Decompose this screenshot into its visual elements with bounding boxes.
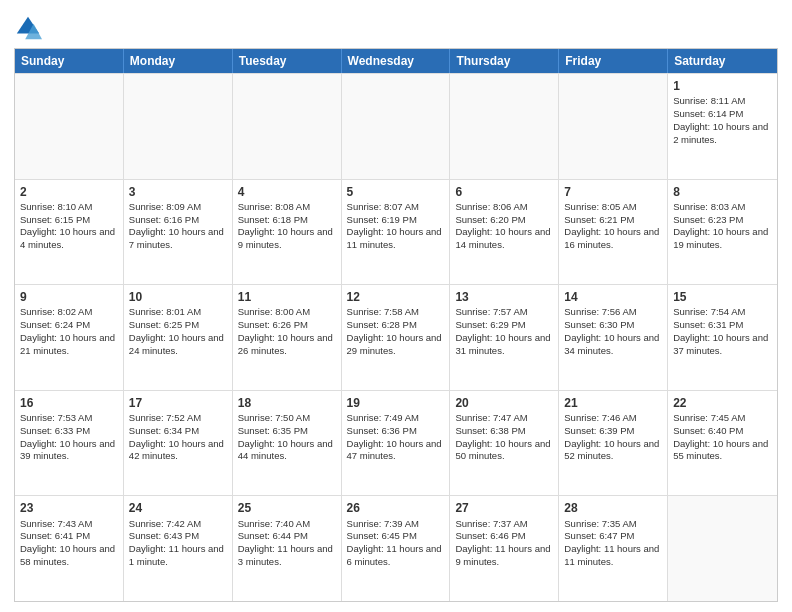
cal-cell: 4Sunrise: 8:08 AM Sunset: 6:18 PM Daylig… xyxy=(233,180,342,285)
page: SundayMondayTuesdayWednesdayThursdayFrid… xyxy=(0,0,792,612)
day-info: Sunrise: 7:54 AM Sunset: 6:31 PM Dayligh… xyxy=(673,306,768,355)
cal-week-row: 1Sunrise: 8:11 AM Sunset: 6:14 PM Daylig… xyxy=(15,73,777,179)
cal-cell: 2Sunrise: 8:10 AM Sunset: 6:15 PM Daylig… xyxy=(15,180,124,285)
day-number: 21 xyxy=(564,395,662,411)
cal-cell: 21Sunrise: 7:46 AM Sunset: 6:39 PM Dayli… xyxy=(559,391,668,496)
day-info: Sunrise: 7:40 AM Sunset: 6:44 PM Dayligh… xyxy=(238,518,333,567)
cal-cell: 5Sunrise: 8:07 AM Sunset: 6:19 PM Daylig… xyxy=(342,180,451,285)
day-info: Sunrise: 8:01 AM Sunset: 6:25 PM Dayligh… xyxy=(129,306,224,355)
day-number: 10 xyxy=(129,289,227,305)
day-info: Sunrise: 7:43 AM Sunset: 6:41 PM Dayligh… xyxy=(20,518,115,567)
day-number: 23 xyxy=(20,500,118,516)
day-number: 17 xyxy=(129,395,227,411)
cal-header-day: Thursday xyxy=(450,49,559,73)
logo xyxy=(14,14,46,42)
day-number: 26 xyxy=(347,500,445,516)
cal-header-day: Wednesday xyxy=(342,49,451,73)
day-number: 19 xyxy=(347,395,445,411)
day-info: Sunrise: 8:07 AM Sunset: 6:19 PM Dayligh… xyxy=(347,201,442,250)
calendar-header: SundayMondayTuesdayWednesdayThursdayFrid… xyxy=(15,49,777,73)
day-number: 24 xyxy=(129,500,227,516)
cal-cell xyxy=(124,74,233,179)
cal-cell: 20Sunrise: 7:47 AM Sunset: 6:38 PM Dayli… xyxy=(450,391,559,496)
day-info: Sunrise: 8:08 AM Sunset: 6:18 PM Dayligh… xyxy=(238,201,333,250)
cal-cell: 23Sunrise: 7:43 AM Sunset: 6:41 PM Dayli… xyxy=(15,496,124,601)
cal-cell xyxy=(342,74,451,179)
cal-cell: 17Sunrise: 7:52 AM Sunset: 6:34 PM Dayli… xyxy=(124,391,233,496)
day-info: Sunrise: 7:46 AM Sunset: 6:39 PM Dayligh… xyxy=(564,412,659,461)
day-info: Sunrise: 7:35 AM Sunset: 6:47 PM Dayligh… xyxy=(564,518,659,567)
day-info: Sunrise: 7:57 AM Sunset: 6:29 PM Dayligh… xyxy=(455,306,550,355)
day-number: 22 xyxy=(673,395,772,411)
calendar: SundayMondayTuesdayWednesdayThursdayFrid… xyxy=(14,48,778,602)
day-number: 11 xyxy=(238,289,336,305)
cal-header-day: Sunday xyxy=(15,49,124,73)
day-number: 1 xyxy=(673,78,772,94)
day-info: Sunrise: 7:45 AM Sunset: 6:40 PM Dayligh… xyxy=(673,412,768,461)
cal-cell: 26Sunrise: 7:39 AM Sunset: 6:45 PM Dayli… xyxy=(342,496,451,601)
logo-icon xyxy=(14,14,42,42)
cal-cell: 25Sunrise: 7:40 AM Sunset: 6:44 PM Dayli… xyxy=(233,496,342,601)
cal-cell xyxy=(233,74,342,179)
cal-cell xyxy=(450,74,559,179)
day-number: 15 xyxy=(673,289,772,305)
day-info: Sunrise: 8:10 AM Sunset: 6:15 PM Dayligh… xyxy=(20,201,115,250)
day-info: Sunrise: 7:42 AM Sunset: 6:43 PM Dayligh… xyxy=(129,518,224,567)
day-number: 13 xyxy=(455,289,553,305)
cal-cell: 15Sunrise: 7:54 AM Sunset: 6:31 PM Dayli… xyxy=(668,285,777,390)
cal-cell: 12Sunrise: 7:58 AM Sunset: 6:28 PM Dayli… xyxy=(342,285,451,390)
cal-cell: 7Sunrise: 8:05 AM Sunset: 6:21 PM Daylig… xyxy=(559,180,668,285)
day-number: 27 xyxy=(455,500,553,516)
day-number: 12 xyxy=(347,289,445,305)
cal-cell xyxy=(668,496,777,601)
day-info: Sunrise: 7:53 AM Sunset: 6:33 PM Dayligh… xyxy=(20,412,115,461)
day-info: Sunrise: 7:39 AM Sunset: 6:45 PM Dayligh… xyxy=(347,518,442,567)
day-info: Sunrise: 7:37 AM Sunset: 6:46 PM Dayligh… xyxy=(455,518,550,567)
day-number: 16 xyxy=(20,395,118,411)
cal-week-row: 2Sunrise: 8:10 AM Sunset: 6:15 PM Daylig… xyxy=(15,179,777,285)
day-number: 8 xyxy=(673,184,772,200)
calendar-body: 1Sunrise: 8:11 AM Sunset: 6:14 PM Daylig… xyxy=(15,73,777,601)
day-info: Sunrise: 7:47 AM Sunset: 6:38 PM Dayligh… xyxy=(455,412,550,461)
cal-header-day: Tuesday xyxy=(233,49,342,73)
cal-cell xyxy=(559,74,668,179)
cal-cell xyxy=(15,74,124,179)
cal-cell: 1Sunrise: 8:11 AM Sunset: 6:14 PM Daylig… xyxy=(668,74,777,179)
cal-cell: 8Sunrise: 8:03 AM Sunset: 6:23 PM Daylig… xyxy=(668,180,777,285)
day-number: 3 xyxy=(129,184,227,200)
cal-header-day: Saturday xyxy=(668,49,777,73)
cal-cell: 9Sunrise: 8:02 AM Sunset: 6:24 PM Daylig… xyxy=(15,285,124,390)
cal-cell: 28Sunrise: 7:35 AM Sunset: 6:47 PM Dayli… xyxy=(559,496,668,601)
day-info: Sunrise: 7:56 AM Sunset: 6:30 PM Dayligh… xyxy=(564,306,659,355)
cal-cell: 16Sunrise: 7:53 AM Sunset: 6:33 PM Dayli… xyxy=(15,391,124,496)
day-info: Sunrise: 8:09 AM Sunset: 6:16 PM Dayligh… xyxy=(129,201,224,250)
cal-week-row: 23Sunrise: 7:43 AM Sunset: 6:41 PM Dayli… xyxy=(15,495,777,601)
day-info: Sunrise: 8:11 AM Sunset: 6:14 PM Dayligh… xyxy=(673,95,768,144)
day-number: 25 xyxy=(238,500,336,516)
cal-cell: 6Sunrise: 8:06 AM Sunset: 6:20 PM Daylig… xyxy=(450,180,559,285)
cal-cell: 22Sunrise: 7:45 AM Sunset: 6:40 PM Dayli… xyxy=(668,391,777,496)
day-number: 14 xyxy=(564,289,662,305)
cal-week-row: 16Sunrise: 7:53 AM Sunset: 6:33 PM Dayli… xyxy=(15,390,777,496)
cal-cell: 24Sunrise: 7:42 AM Sunset: 6:43 PM Dayli… xyxy=(124,496,233,601)
cal-cell: 18Sunrise: 7:50 AM Sunset: 6:35 PM Dayli… xyxy=(233,391,342,496)
day-info: Sunrise: 8:02 AM Sunset: 6:24 PM Dayligh… xyxy=(20,306,115,355)
header xyxy=(14,10,778,42)
cal-header-day: Monday xyxy=(124,49,233,73)
day-number: 9 xyxy=(20,289,118,305)
day-info: Sunrise: 8:06 AM Sunset: 6:20 PM Dayligh… xyxy=(455,201,550,250)
day-number: 5 xyxy=(347,184,445,200)
day-number: 6 xyxy=(455,184,553,200)
day-info: Sunrise: 7:50 AM Sunset: 6:35 PM Dayligh… xyxy=(238,412,333,461)
cal-cell: 10Sunrise: 8:01 AM Sunset: 6:25 PM Dayli… xyxy=(124,285,233,390)
day-number: 18 xyxy=(238,395,336,411)
day-number: 28 xyxy=(564,500,662,516)
day-info: Sunrise: 8:00 AM Sunset: 6:26 PM Dayligh… xyxy=(238,306,333,355)
cal-cell: 3Sunrise: 8:09 AM Sunset: 6:16 PM Daylig… xyxy=(124,180,233,285)
day-number: 20 xyxy=(455,395,553,411)
day-info: Sunrise: 7:49 AM Sunset: 6:36 PM Dayligh… xyxy=(347,412,442,461)
cal-week-row: 9Sunrise: 8:02 AM Sunset: 6:24 PM Daylig… xyxy=(15,284,777,390)
day-number: 2 xyxy=(20,184,118,200)
cal-cell: 19Sunrise: 7:49 AM Sunset: 6:36 PM Dayli… xyxy=(342,391,451,496)
day-info: Sunrise: 7:58 AM Sunset: 6:28 PM Dayligh… xyxy=(347,306,442,355)
